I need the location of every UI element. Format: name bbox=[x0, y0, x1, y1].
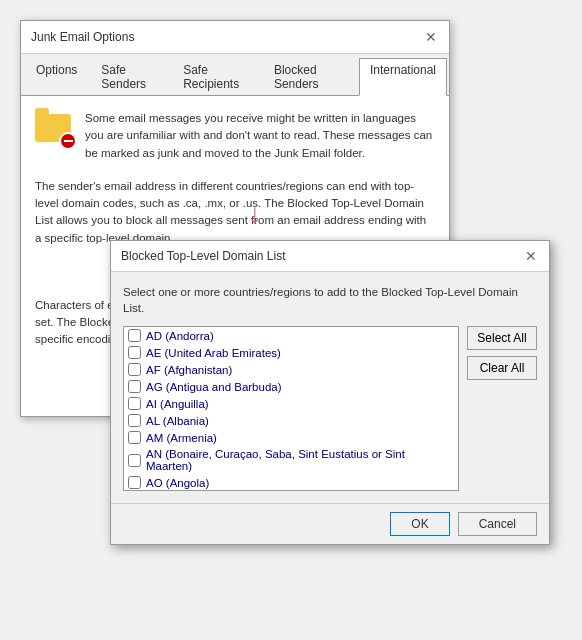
tab-blocked-senders[interactable]: Blocked Senders bbox=[263, 58, 357, 95]
ok-button[interactable]: OK bbox=[390, 512, 449, 536]
tab-safe-recipients[interactable]: Safe Recipients bbox=[172, 58, 261, 95]
country-item[interactable]: AD (Andorra) bbox=[124, 327, 458, 344]
country-label: AI (Anguilla) bbox=[146, 398, 209, 410]
country-checkbox[interactable] bbox=[128, 380, 141, 393]
cancel-button[interactable]: Cancel bbox=[458, 512, 537, 536]
country-checkbox[interactable] bbox=[128, 397, 141, 410]
country-item[interactable]: AI (Anguilla) bbox=[124, 395, 458, 412]
country-checkbox[interactable] bbox=[128, 414, 141, 427]
tab-safe-senders[interactable]: Safe Senders bbox=[90, 58, 170, 95]
country-checkbox[interactable] bbox=[128, 476, 141, 489]
country-item[interactable]: AM (Armenia) bbox=[124, 429, 458, 446]
sub-dialog-content: Select one or more countries/regions to … bbox=[111, 272, 549, 503]
tab-options[interactable]: Options bbox=[25, 58, 88, 95]
info-box: Some email messages you receive might be… bbox=[35, 110, 435, 162]
country-checkbox[interactable] bbox=[128, 363, 141, 376]
country-checkbox[interactable] bbox=[128, 431, 141, 444]
folder-icon-container bbox=[35, 110, 75, 150]
main-dialog-close-button[interactable]: ✕ bbox=[423, 29, 439, 45]
list-buttons: Select All Clear All bbox=[467, 326, 537, 380]
sub-dialog: Blocked Top-Level Domain List ✕ Select o… bbox=[110, 240, 550, 545]
tab-international[interactable]: International bbox=[359, 58, 447, 96]
country-item[interactable]: AN (Bonaire, Curaçao, Saba, Sint Eustati… bbox=[124, 446, 458, 474]
country-label: AF (Afghanistan) bbox=[146, 364, 232, 376]
select-all-button[interactable]: Select All bbox=[467, 326, 537, 350]
country-label: AE (United Arab Emirates) bbox=[146, 347, 281, 359]
info-text: Some email messages you receive might be… bbox=[85, 110, 435, 162]
country-checkbox[interactable] bbox=[128, 329, 141, 342]
main-dialog-title: Junk Email Options bbox=[31, 30, 134, 44]
country-list[interactable]: AD (Andorra)AE (United Arab Emirates)AF … bbox=[123, 326, 459, 491]
country-label: AO (Angola) bbox=[146, 477, 209, 489]
country-label: AN (Bonaire, Curaçao, Saba, Sint Eustati… bbox=[146, 448, 454, 472]
clear-all-button[interactable]: Clear All bbox=[467, 356, 537, 380]
country-item[interactable]: AG (Antigua and Barbuda) bbox=[124, 378, 458, 395]
country-item[interactable]: AE (United Arab Emirates) bbox=[124, 344, 458, 361]
sub-dialog-title: Blocked Top-Level Domain List bbox=[121, 249, 286, 263]
country-checkbox[interactable] bbox=[128, 346, 141, 359]
tabs-bar: Options Safe Senders Safe Recipients Blo… bbox=[21, 54, 449, 96]
arrow-indicator: ↓ bbox=[248, 200, 262, 228]
sub-dialog-close-button[interactable]: ✕ bbox=[523, 248, 539, 264]
country-item[interactable]: AF (Afghanistan) bbox=[124, 361, 458, 378]
sub-dialog-footer: OK Cancel bbox=[111, 503, 549, 544]
country-label: AD (Andorra) bbox=[146, 330, 214, 342]
country-checkbox[interactable] bbox=[128, 454, 141, 467]
section1-text: The sender's email address in different … bbox=[35, 178, 435, 247]
country-label: AG (Antigua and Barbuda) bbox=[146, 381, 282, 393]
country-item[interactable]: AL (Albania) bbox=[124, 412, 458, 429]
country-label: AM (Armenia) bbox=[146, 432, 217, 444]
sub-dialog-titlebar: Blocked Top-Level Domain List ✕ bbox=[111, 241, 549, 272]
list-and-buttons: AD (Andorra)AE (United Arab Emirates)AF … bbox=[123, 326, 537, 491]
country-label: AL (Albania) bbox=[146, 415, 209, 427]
sub-dialog-description: Select one or more countries/regions to … bbox=[123, 284, 537, 316]
country-item[interactable]: AO (Angola) bbox=[124, 474, 458, 491]
main-dialog-titlebar: Junk Email Options ✕ bbox=[21, 21, 449, 54]
no-entry-icon bbox=[59, 132, 77, 150]
